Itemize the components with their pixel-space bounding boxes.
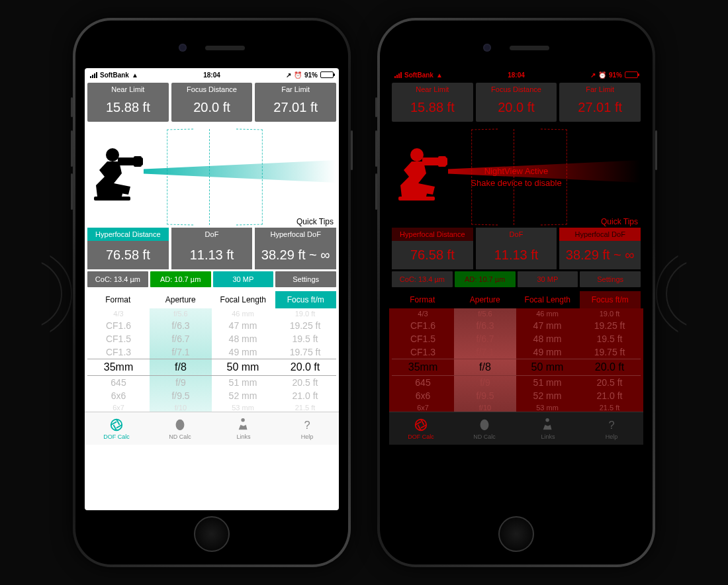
battery-icon (320, 71, 334, 78)
dof-label: DoF (476, 228, 557, 241)
tab-bar: DOF Calc ND Calc Links ? Help (85, 412, 339, 445)
hyperfocal-dof-label: Hyperfocal DoF (255, 228, 336, 241)
home-button[interactable] (194, 516, 230, 552)
clock-label: 18:04 (203, 71, 220, 79)
tab-links[interactable]: Links (212, 412, 275, 445)
far-limit-card[interactable]: Far Limit 27.01 ft (559, 83, 641, 122)
alarm-icon: ⏰ (294, 71, 302, 79)
svg-rect-3 (94, 197, 130, 201)
tab-nd-calc[interactable]: ND Calc (453, 412, 516, 445)
far-limit-value: 27.01 ft (559, 95, 641, 120)
hyperfocal-label: Hyperfocal Distance (392, 228, 473, 241)
tab-links[interactable]: Links (516, 412, 580, 445)
dof-value: 11.13 ft (476, 241, 557, 269)
svg-point-11 (416, 419, 427, 430)
focal-header[interactable]: Focal Length (517, 291, 578, 308)
focus-distance-value: 20.0 ft (476, 95, 557, 120)
tab-nd-calc[interactable]: ND Calc (148, 412, 212, 445)
focus-distance-card[interactable]: Focus Distance 20.0 ft (171, 83, 253, 122)
aperture-icon (414, 418, 428, 432)
aperture-header[interactable]: Aperture (150, 291, 212, 308)
svg-point-12 (480, 419, 489, 430)
front-camera-icon (179, 44, 187, 52)
mp-button[interactable]: 30 MP (518, 271, 578, 287)
photographer-icon (94, 147, 144, 206)
focal-picker[interactable]: 46 mm47 mm48 mm49 mm50 mm51 mm52 mm53 mm (212, 308, 274, 412)
svg-point-4 (111, 419, 122, 430)
status-bar: SoftBank ▲ 18:04 ↗ ⏰ 91% (389, 68, 643, 81)
dof-diagram: NightView Active Shake device to disable… (392, 127, 641, 228)
hyperfocal-dof-card[interactable]: Hyperfocal DoF 38.29 ft ~ ∞ (255, 228, 336, 269)
near-limit-value: 15.88 ft (87, 95, 169, 120)
nightview-line1: NightView Active (392, 165, 641, 177)
dof-label: DoF (171, 228, 253, 241)
coc-button[interactable]: CoC: 13.4 µm (87, 271, 148, 287)
focus-picker[interactable]: 19.0 ft19.25 ft19.5 ft19.75 ft20.0 ft20.… (274, 308, 336, 412)
format-picker[interactable]: 4/3CF1.6CF1.5CF1.335mm6456x66x7 (392, 308, 454, 412)
location-icon: ↗ (590, 71, 596, 79)
status-bar: SoftBank ▲ 18:04 ↗ ⏰ 91% (85, 68, 339, 81)
nightview-overlay: NightView Active Shake device to disable (392, 165, 641, 189)
focal-header[interactable]: Focal Length (212, 291, 274, 308)
quick-tips-link[interactable]: Quick Tips (296, 217, 334, 226)
filter-icon (477, 418, 492, 432)
front-camera-icon (483, 44, 491, 52)
aperture-picker[interactable]: f/5.6f/6.3f/6.7f/7.1f/8f/9f/9.5f/10 (150, 308, 212, 412)
home-button[interactable] (498, 516, 534, 552)
screen-night: SoftBank ▲ 18:04 ↗ ⏰ 91% Near Limit 15.8… (389, 68, 643, 510)
hyperfocal-dof-card[interactable]: Hyperfocal DoF 38.29 ft ~ ∞ (559, 228, 641, 269)
nightview-line2: Shake device to disable (392, 177, 641, 189)
photographer-small-icon (541, 418, 555, 432)
settings-button[interactable]: Settings (580, 271, 641, 287)
tab-help[interactable]: ? Help (580, 412, 643, 445)
focal-picker[interactable]: 46 mm47 mm48 mm49 mm50 mm51 mm52 mm53 mm (516, 308, 578, 412)
dof-diagram: Quick Tips (87, 127, 336, 228)
mp-button[interactable]: 30 MP (213, 271, 274, 287)
signal-icon (90, 72, 97, 78)
aperture-picker[interactable]: f/5.6f/6.3f/6.7f/7.1f/8f/9f/9.5f/10 (454, 308, 516, 412)
focus-picker[interactable]: 19.0 ft19.25 ft19.5 ft19.75 ft20.0 ft20.… (578, 308, 641, 412)
filter-icon (173, 418, 187, 432)
tab-dof-calc[interactable]: DOF Calc (389, 412, 453, 445)
coc-button[interactable]: CoC: 13.4 µm (392, 271, 453, 287)
tab-help[interactable]: ? Help (275, 412, 339, 445)
focus-header[interactable]: Focus ft/m (275, 291, 337, 308)
alarm-icon: ⏰ (598, 71, 606, 79)
aperture-header[interactable]: Aperture (455, 291, 516, 308)
hyperfocal-dof-value: 38.29 ft ~ ∞ (255, 241, 336, 269)
near-limit-card[interactable]: Near Limit 15.88 ft (392, 83, 473, 122)
format-header[interactable]: Format (392, 291, 453, 308)
question-icon: ? (604, 418, 619, 432)
clock-label: 18:04 (508, 71, 525, 79)
carrier-label: SoftBank (404, 71, 433, 79)
far-limit-value: 27.01 ft (255, 95, 336, 120)
ad-button[interactable]: AD: 10.7 µm (150, 271, 211, 287)
near-limit-value: 15.88 ft (392, 95, 473, 120)
picker-wheels[interactable]: 4/3CF1.6CF1.5CF1.335mm6456x66x7 f/5.6f/6… (85, 308, 339, 412)
far-limit-card[interactable]: Far Limit 27.01 ft (255, 83, 336, 122)
format-header[interactable]: Format (87, 291, 149, 308)
picker-wheels[interactable]: 4/3CF1.6CF1.5CF1.335mm6456x66x7 f/5.6f/6… (389, 308, 643, 412)
hyperfocal-distance-card[interactable]: Hyperfocal Distance 76.58 ft (87, 228, 169, 269)
hyperfocal-distance-card[interactable]: Hyperfocal Distance 76.58 ft (392, 228, 473, 269)
svg-rect-2 (134, 156, 142, 167)
focus-distance-card[interactable]: Focus Distance 20.0 ft (476, 83, 557, 122)
settings-button[interactable]: Settings (275, 271, 336, 287)
near-limit-label: Near Limit (392, 84, 473, 95)
dof-card[interactable]: DoF 11.13 ft (171, 228, 253, 269)
hyperfocal-dof-value: 38.29 ft ~ ∞ (559, 241, 641, 269)
dof-card[interactable]: DoF 11.13 ft (476, 228, 557, 269)
question-icon: ? (300, 418, 314, 432)
near-limit-card[interactable]: Near Limit 15.88 ft (87, 83, 169, 122)
focus-header[interactable]: Focus ft/m (580, 291, 641, 308)
location-icon: ↗ (286, 71, 291, 79)
svg-text:?: ? (608, 418, 614, 430)
focus-distance-label: Focus Distance (171, 84, 253, 95)
ad-button[interactable]: AD: 10.7 µm (455, 271, 516, 287)
format-picker[interactable]: 4/3CF1.6CF1.5CF1.335mm6456x66x7 (87, 308, 150, 412)
tab-dof-calc[interactable]: DOF Calc (85, 412, 148, 445)
photographer-small-icon (236, 418, 251, 432)
quick-tips-link[interactable]: Quick Tips (601, 217, 638, 226)
carrier-label: SoftBank (100, 71, 129, 79)
dof-value: 11.13 ft (171, 241, 253, 269)
